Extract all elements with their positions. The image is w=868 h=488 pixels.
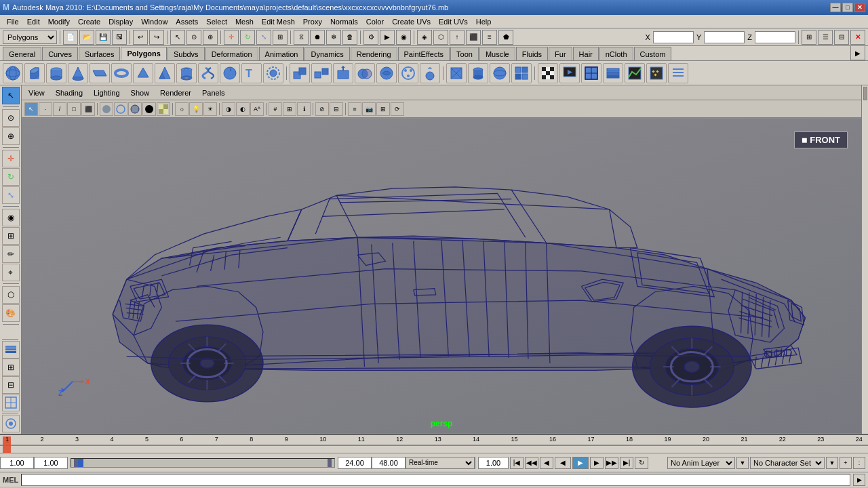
shelf-render[interactable] (559, 63, 580, 83)
vp-ambient-occlusion[interactable]: ◐ (236, 102, 250, 116)
playback-start-input[interactable] (0, 457, 34, 469)
vp-menu-view[interactable]: View (24, 87, 49, 98)
left-grid-button[interactable] (2, 394, 20, 411)
next-key-button[interactable]: ▶▶ (605, 457, 618, 469)
shelf-extract[interactable] (333, 63, 353, 83)
left-tool-6[interactable]: 🎨 (2, 304, 20, 322)
menu-file[interactable]: File (3, 16, 23, 27)
shelf-subdiv-proxy[interactable] (263, 63, 283, 83)
vp-menu-lighting[interactable]: Lighting (90, 87, 124, 98)
shelf-prism[interactable] (133, 63, 153, 83)
tab-fur[interactable]: Fur (549, 47, 572, 60)
shelf-graph-editor[interactable] (625, 63, 645, 83)
menu-edit[interactable]: Edit (23, 16, 44, 27)
mode-dropdown[interactable]: Polygons Surfaces Dynamics Rendering Ani… (3, 30, 57, 44)
select-tool-button[interactable]: ↖ (170, 30, 185, 45)
left-rotate-button[interactable]: ↻ (2, 168, 20, 186)
menu-edit-mesh[interactable]: Edit Mesh (258, 16, 299, 27)
menu-help[interactable]: Help (472, 16, 496, 27)
prev-key-button[interactable]: ◀◀ (525, 457, 538, 469)
shelf-uv-automatic[interactable] (511, 63, 532, 83)
range-end-handle[interactable] (328, 459, 332, 467)
z-coord-input[interactable] (755, 31, 795, 43)
left-plus-button[interactable]: ⊞ (2, 359, 20, 376)
channel-box-button[interactable]: ☰ (818, 30, 833, 45)
vp-face[interactable]: □ (67, 102, 81, 116)
vp-heads-up[interactable]: ℹ (297, 102, 311, 116)
menu-proxy[interactable]: Proxy (299, 16, 326, 27)
vp-all-lights[interactable]: ☀ (203, 102, 217, 116)
goto-start-button[interactable]: |◀ (510, 457, 524, 469)
menu-edit-uvs[interactable]: Edit UVs (435, 16, 472, 27)
vp-no-lights[interactable]: ☼ (175, 102, 189, 116)
uvs-button[interactable]: ⬛ (466, 30, 481, 45)
tab-muscle[interactable]: Muscle (479, 47, 515, 60)
tab-custom[interactable]: Custom (634, 47, 672, 60)
redo-button[interactable]: ↪ (149, 30, 164, 45)
vp-menu-show[interactable]: Show (127, 87, 154, 98)
tab-painteffects[interactable]: PaintEffects (398, 47, 450, 60)
shelf-smooth[interactable] (376, 63, 397, 83)
char-extra-2[interactable]: : (853, 457, 865, 469)
vp-shaded[interactable] (100, 102, 113, 116)
vp-menu-renderer[interactable]: Renderer (156, 87, 195, 98)
vp-menu-panels[interactable]: Panels (198, 87, 229, 98)
tab-dynamics[interactable]: Dynamics (304, 47, 349, 60)
shelf-cone[interactable] (68, 63, 88, 83)
mel-input[interactable] (21, 474, 850, 486)
left-tool-2[interactable]: ⊞ (2, 227, 20, 245)
menu-window[interactable]: Window (137, 16, 172, 27)
shelf-sphere[interactable] (3, 63, 23, 83)
play-back-button[interactable]: ◀ (555, 457, 571, 469)
character-set-dropdown[interactable]: No Character Set (750, 457, 825, 469)
paint-select-button[interactable]: ⊕ (203, 30, 218, 45)
shelf-options-button[interactable]: ▶ (850, 45, 865, 60)
attribute-editor-button[interactable]: ⊟ (834, 30, 849, 45)
current-frame-input[interactable] (34, 457, 68, 469)
left-scale-button[interactable]: ⤡ (2, 186, 20, 204)
subdiv-button[interactable]: ⬡ (433, 30, 448, 45)
tab-surfaces[interactable]: Surfaces (79, 47, 120, 60)
shelf-cylinder[interactable] (46, 63, 66, 83)
x-coord-input[interactable] (653, 31, 694, 43)
prev-frame-button[interactable]: ◀ (540, 457, 553, 469)
history-button[interactable]: ⏺ (310, 30, 325, 45)
range-slider[interactable] (71, 458, 335, 468)
vp-menu-shading[interactable]: Shading (52, 87, 87, 98)
shelf-pyramid[interactable] (155, 63, 175, 83)
left-tool-5[interactable]: ⬡ (2, 286, 20, 304)
undo-button[interactable]: ↩ (133, 30, 148, 45)
shelf-soccer[interactable] (220, 63, 240, 83)
tab-curves[interactable]: Curves (42, 47, 78, 60)
left-tool-4[interactable]: ⌖ (2, 264, 20, 281)
left-paint-button[interactable]: ⊙ (2, 109, 20, 127)
left-soft-select[interactable]: ⊕ (2, 127, 20, 145)
menu-select[interactable]: Select (202, 16, 231, 27)
menu-create-uvs[interactable]: Create UVs (388, 16, 435, 27)
close-panel-button[interactable]: ✕ (850, 30, 865, 45)
bevel-button[interactable]: ⬟ (498, 30, 513, 45)
shelf-uv-cylindrical[interactable] (468, 63, 488, 83)
tab-fluids[interactable]: Fluids (516, 47, 548, 60)
freeze-button[interactable]: ❄ (326, 30, 341, 45)
delete-history-button[interactable]: 🗑 (342, 30, 357, 45)
shelf-uv-spherical[interactable] (490, 63, 510, 83)
vp-edge[interactable]: / (53, 102, 66, 116)
vp-isolate[interactable]: ⊘ (315, 102, 329, 116)
shelf-uv-planar[interactable] (446, 63, 467, 83)
tab-animation[interactable]: Animation (259, 47, 304, 60)
range-start-handle[interactable] (74, 459, 78, 467)
crease-button[interactable]: ≡ (482, 30, 497, 45)
tab-polygons[interactable]: Polygons (121, 47, 167, 60)
menu-display[interactable]: Display (104, 16, 137, 27)
playback-end-input[interactable] (338, 457, 372, 469)
vp-film-gate[interactable]: ⊞ (283, 102, 296, 116)
timeline-area[interactable]: 1 1 2 3 4 5 6 7 8 9 (0, 434, 868, 453)
transport-frame-input[interactable] (478, 457, 509, 469)
close-button[interactable]: ✕ (854, 3, 865, 12)
left-select-button[interactable]: ↖ (2, 87, 20, 104)
left-minus-button[interactable]: ⊟ (2, 376, 20, 394)
render-button[interactable]: ▶ (380, 30, 395, 45)
left-tool-1[interactable]: ◉ (2, 209, 20, 226)
left-tool-3[interactable]: ✏ (2, 245, 20, 263)
